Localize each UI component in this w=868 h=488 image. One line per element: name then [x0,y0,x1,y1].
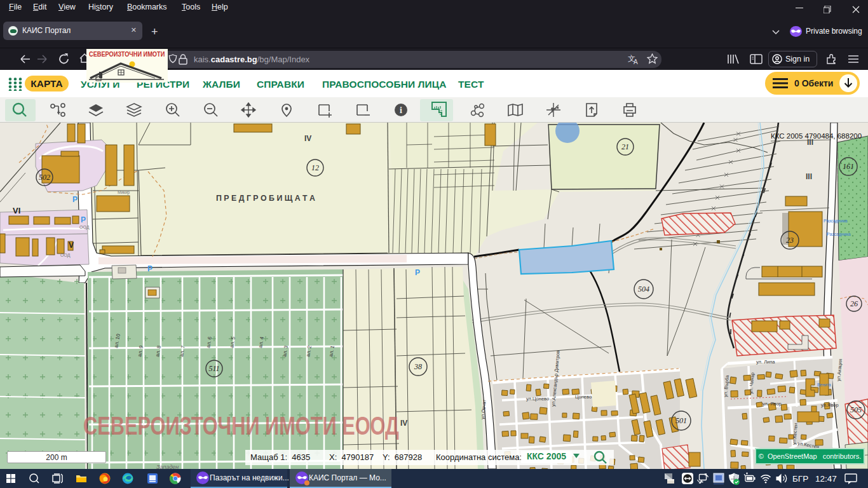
svg-text:ООД: ООД [79,225,90,230]
svg-text:П Р Е Д Г Р О Б И Щ А Т А: П Р Е Д Г Р О Б И Щ А Т А [216,193,316,203]
svg-text:P: P [415,268,420,277]
svg-text:505: 505 [850,405,862,414]
svg-text:Венита: Венита [817,383,831,387]
svg-text:12: 12 [311,163,319,172]
svg-text:23: 23 [786,236,794,245]
svg-text:VI: VI [13,206,20,215]
svg-text:IV: IV [304,134,311,143]
svg-text:161: 161 [843,162,854,171]
svg-text:21: 21 [621,142,629,151]
svg-text:Западен: Западен [156,464,179,469]
svg-text:III: III [806,172,812,181]
svg-text:i: i [400,105,402,115]
svg-text:Микир: Микир [118,190,130,195]
svg-text:ул. Явор: ул. Явор [763,401,782,407]
svg-text:ул. Липа: ул. Липа [756,359,775,365]
svg-text:Цонево: Цонево [575,394,592,400]
svg-text:P: P [147,264,153,273]
svg-text:IV: IV [400,419,407,428]
svg-text:A: A [634,58,638,65]
svg-text:ул.Явор: ул.Явор [821,402,839,408]
svg-text:501: 501 [675,416,687,425]
svg-text:504: 504 [638,285,649,294]
svg-text:ООД: ООД [60,253,71,258]
svg-text:БГР: БГР [792,474,808,484]
svg-text:ул.Цонево: ул.Цонево [526,396,549,402]
svg-text:P: P [72,195,78,204]
svg-text:12:47: 12:47 [815,474,837,484]
svg-text:Разсадника: Разсадника [824,219,848,224]
svg-text:СЕВЕРОИЗТОЧНИ ИМОТИ ЕООД: СЕВЕРОИЗТОЧНИ ИМОТИ ЕООД [83,412,399,440]
svg-text:38: 38 [414,362,422,371]
svg-text:V: V [69,241,74,250]
svg-text:P: P [81,215,86,224]
svg-text:511: 511 [208,364,219,373]
svg-text:26: 26 [850,299,858,308]
svg-text:ККС 2005 4790484, 688200: ККС 2005 4790484, 688200 [771,132,862,140]
svg-text:502: 502 [39,173,50,182]
svg-text:Разсадника: Разсадника [827,232,851,237]
